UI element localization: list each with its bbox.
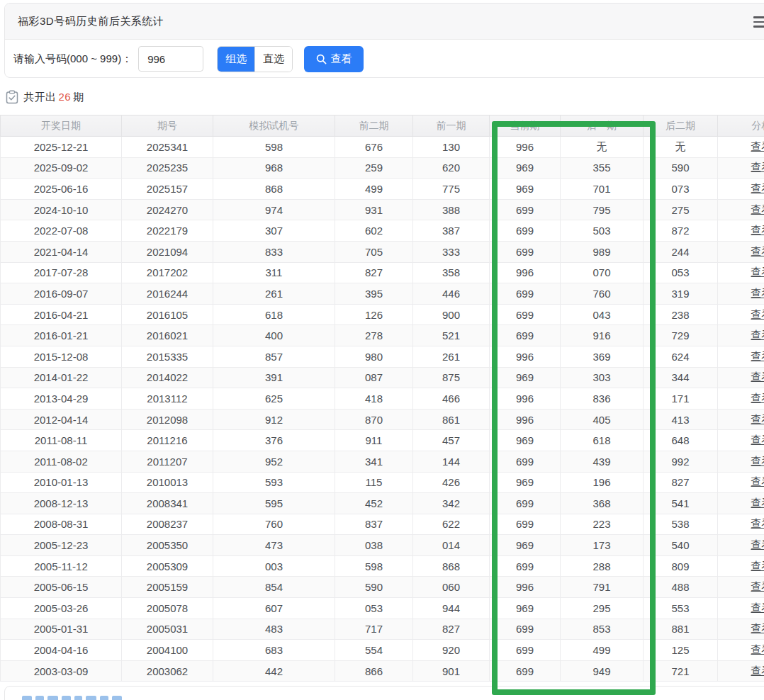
table-cell: 473 — [213, 535, 335, 556]
group-select-button[interactable]: 组选 — [218, 47, 254, 72]
view-link[interactable]: 查看 — [751, 622, 764, 634]
view-link[interactable]: 查看 — [751, 140, 764, 152]
view-button[interactable]: 查看 — [304, 46, 364, 72]
view-link[interactable]: 查看 — [751, 665, 764, 677]
table-cell: 2005-03-26 — [1, 598, 122, 619]
table-cell: 618 — [213, 304, 335, 325]
column-header: 模拟试机号 — [213, 115, 335, 137]
direct-select-button[interactable]: 直选 — [255, 47, 292, 72]
table-cell: 2005350 — [122, 535, 213, 556]
table-row: 2016-04-212016105618126900699043238查看 — [1, 304, 764, 325]
table-cell: 969 — [490, 535, 561, 556]
table-cell: 699 — [490, 555, 561, 577]
view-link[interactable]: 查看 — [751, 434, 764, 446]
table-cell: 499 — [335, 179, 413, 200]
table-cell: 521 — [413, 325, 490, 346]
table-cell-action: 查看 — [718, 409, 764, 430]
table-cell: 278 — [335, 325, 413, 346]
table-cell: 2017-07-28 — [1, 262, 122, 283]
table-cell: 2013112 — [122, 388, 213, 410]
view-link[interactable]: 查看 — [751, 392, 764, 404]
table-cell: 911 — [335, 430, 413, 451]
view-link[interactable]: 查看 — [751, 475, 764, 487]
view-link[interactable]: 查看 — [751, 266, 764, 278]
table-cell: 259 — [335, 157, 413, 179]
table-cell: 2005078 — [122, 598, 213, 619]
view-link[interactable]: 查看 — [751, 350, 764, 362]
table-cell: 699 — [490, 493, 561, 514]
page-title: 福彩3D号码历史前后关系统计 — [18, 15, 164, 28]
view-link[interactable]: 查看 — [751, 517, 764, 529]
table-cell: 717 — [335, 619, 413, 640]
table-cell: 344 — [644, 367, 718, 388]
number-input[interactable] — [138, 46, 203, 72]
table-cell: 996 — [490, 388, 561, 410]
table-cell: 369 — [561, 346, 644, 367]
view-link[interactable]: 查看 — [751, 161, 764, 173]
table-cell: 699 — [490, 199, 561, 220]
column-header: 前一期 — [413, 115, 490, 137]
table-cell: 861 — [413, 409, 490, 430]
view-link[interactable]: 查看 — [751, 602, 764, 614]
table-cell: 875 — [413, 367, 490, 388]
table-cell: 931 — [335, 199, 413, 220]
table-cell: 319 — [644, 283, 718, 305]
table-cell: 857 — [213, 346, 335, 367]
hamburger-menu-icon[interactable] — [753, 16, 764, 30]
summary-text: 共开出26期 — [23, 91, 84, 104]
table-cell-action: 查看 — [718, 598, 764, 619]
view-link[interactable]: 查看 — [751, 245, 764, 257]
table-row: 2011-08-022011207952341144699439992查看 — [1, 451, 764, 472]
view-link[interactable]: 查看 — [751, 497, 764, 509]
table-cell: 901 — [413, 660, 490, 682]
search-icon — [316, 54, 327, 64]
table-cell: 699 — [490, 451, 561, 472]
table-cell-action: 查看 — [718, 388, 764, 410]
table-row: 2022-07-082022179307602387699503872查看 — [1, 220, 764, 242]
view-link[interactable]: 查看 — [751, 371, 764, 383]
view-link[interactable]: 查看 — [751, 287, 764, 299]
table-row: 2012-04-142012098912870861996405413查看 — [1, 409, 764, 430]
table-cell: 980 — [335, 346, 413, 367]
table-cell-action: 查看 — [718, 346, 764, 367]
view-link[interactable]: 查看 — [751, 224, 764, 236]
view-link[interactable]: 查看 — [751, 182, 764, 194]
view-link[interactable]: 查看 — [751, 308, 764, 320]
table-cell: 969 — [490, 598, 561, 619]
table-cell: 2017202 — [122, 262, 213, 283]
table-cell: 968 — [213, 157, 335, 179]
view-link[interactable]: 查看 — [751, 329, 764, 341]
view-link[interactable]: 查看 — [751, 643, 764, 655]
table-cell: 2016-09-07 — [1, 283, 122, 305]
table-cell: 2016-01-21 — [1, 325, 122, 346]
view-link[interactable]: 查看 — [751, 413, 764, 425]
table-cell: 2014022 — [122, 367, 213, 388]
table-cell: 699 — [490, 660, 561, 682]
table-row: 2005-03-262005078607053944969295553查看 — [1, 598, 764, 619]
table-cell-action: 查看 — [718, 535, 764, 556]
table-cell: 996 — [490, 137, 561, 158]
view-link[interactable]: 查看 — [751, 538, 764, 551]
table-cell: 2011207 — [122, 451, 213, 472]
view-link[interactable]: 查看 — [751, 560, 764, 572]
view-link[interactable]: 查看 — [751, 203, 764, 215]
view-link[interactable]: 查看 — [751, 580, 764, 592]
table-row: 2013-04-292013112625418466996836171查看 — [1, 388, 764, 410]
table-cell: 2015-12-08 — [1, 346, 122, 367]
table-cell: 342 — [413, 493, 490, 514]
view-link[interactable]: 查看 — [751, 455, 764, 467]
table-cell-action: 查看 — [718, 660, 764, 682]
table-row: 2025-06-162025157868499775969701073查看 — [1, 179, 764, 200]
table-cell-action: 查看 — [718, 262, 764, 283]
table-cell: 295 — [561, 598, 644, 619]
table-cell: 607 — [213, 598, 335, 619]
table-cell: 2016105 — [122, 304, 213, 325]
table-cell: 2008341 — [122, 493, 213, 514]
table-cell: 683 — [213, 640, 335, 661]
table-cell: 388 — [413, 199, 490, 220]
table-cell: 2012-04-14 — [1, 409, 122, 430]
table-row: 2010-01-132010013593115426969196827查看 — [1, 472, 764, 493]
table-cell: 2021-04-14 — [1, 241, 122, 262]
table-cell: 602 — [335, 220, 413, 242]
table-cell: 590 — [644, 157, 718, 179]
